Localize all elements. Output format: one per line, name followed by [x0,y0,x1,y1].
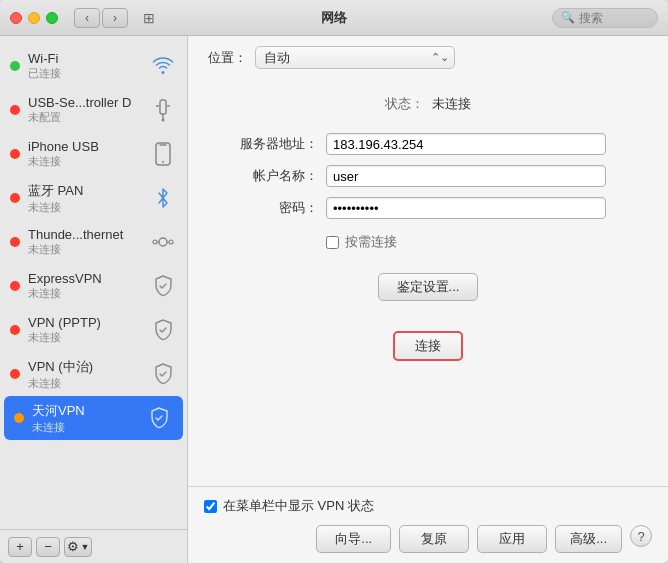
window-title: 网络 [321,9,347,27]
item-name-ethernet: Thunde...thernet [28,227,141,242]
item-name-wifi: Wi-Fi [28,51,141,66]
maximize-button[interactable] [46,12,58,24]
advanced-button[interactable]: 高级... [555,525,622,553]
password-input[interactable] [326,197,606,219]
server-address-label: 服务器地址： [228,135,318,153]
item-status-usb: 未配置 [28,110,141,125]
wizard-button[interactable]: 向导... [316,525,391,553]
connect-button-row: 连接 [228,319,628,373]
item-name-expressvpn: ExpressVPN [28,271,141,286]
sidebar-item-bluetooth[interactable]: 蓝牙 PAN 未连接 [0,176,187,220]
iphone-icon [149,140,177,168]
vpn-menubar-label: 在菜单栏中显示 VPN 状态 [223,497,374,515]
item-status-pptp: 未连接 [28,330,141,345]
account-name-input[interactable] [326,165,606,187]
item-status-iphone: 未连接 [28,154,141,169]
chevron-down-icon: ▼ [81,542,90,552]
bottom-buttons: 向导... 复原 应用 高级... ? [204,525,652,553]
item-name-usb: USB-Se...troller D [28,95,141,110]
status-dot-bluetooth [10,193,20,203]
vpn-icon-4 [145,404,173,432]
svg-point-9 [153,240,157,244]
titlebar: ‹ › ⊞ 网络 🔍 [0,0,668,36]
remove-network-button[interactable]: − [36,537,60,557]
sidebar-item-wifi[interactable]: Wi-Fi 已连接 [0,44,187,88]
auth-settings-button[interactable]: 鉴定设置... [378,273,479,301]
bottom-bar: 在菜单栏中显示 VPN 状态 向导... 复原 应用 高级... ? [188,486,668,563]
traffic-lights [10,12,58,24]
status-dot-usb [10,105,20,115]
status-dot-zhongzhi [10,369,20,379]
gear-icon: ⚙ [67,539,79,554]
status-value: 未连接 [432,95,471,113]
status-dot-iphone [10,149,20,159]
vpn-icon-3 [149,360,177,388]
search-icon: 🔍 [561,11,575,24]
gear-menu-button[interactable]: ⚙ ▼ [64,537,92,557]
vpn-icon-2 [149,316,177,344]
sidebar-item-usb[interactable]: USB-Se...troller D 未配置 [0,88,187,132]
sidebar-item-expressvpn[interactable]: ExpressVPN 未连接 [0,264,187,308]
forward-button[interactable]: › [102,8,128,28]
item-name-pptp: VPN (PPTP) [28,315,141,330]
minimize-button[interactable] [28,12,40,24]
ethernet-icon [149,228,177,256]
svg-point-10 [169,240,173,244]
search-input[interactable] [579,11,649,25]
svg-point-2 [162,119,165,122]
svg-rect-0 [160,100,166,114]
action-buttons: 鉴定设置... [228,261,628,313]
form-area: 服务器地址： 帐户名称： 密码： 按需连接 [188,123,668,383]
wifi-icon [149,52,177,80]
bluetooth-icon [149,184,177,212]
vpn-status-row: 在菜单栏中显示 VPN 状态 [204,497,652,515]
location-select-wrapper: 自动 ⌃⌄ [255,46,455,69]
status-area: 状态： 未连接 [188,79,668,123]
sidebar-item-pptp[interactable]: VPN (PPTP) 未连接 [0,308,187,352]
grid-button[interactable]: ⊞ [136,8,162,28]
item-name-tianhe: 天河VPN [32,402,137,420]
location-label: 位置： [208,49,247,67]
add-network-button[interactable]: + [8,537,32,557]
location-select[interactable]: 自动 [255,46,455,69]
status-dot-wifi [10,61,20,71]
server-address-row: 服务器地址： [228,133,628,155]
status-dot-tianhe [14,413,24,423]
item-status-bluetooth: 未连接 [28,200,141,215]
item-status-tianhe: 未连接 [32,420,137,435]
sidebar-list: Wi-Fi 已连接 [0,36,187,529]
item-status-ethernet: 未连接 [28,242,141,257]
item-status-wifi: 已连接 [28,66,141,81]
sidebar-item-ethernet[interactable]: Thunde...thernet 未连接 [0,220,187,264]
usb-icon [149,96,177,124]
apply-button[interactable]: 应用 [477,525,547,553]
vpn-icon-1 [149,272,177,300]
password-label: 密码： [228,199,318,217]
on-demand-label: 按需连接 [345,233,397,251]
content-panel: 位置： 自动 ⌃⌄ 状态： 未连接 服务器地址： [188,36,668,563]
restore-button[interactable]: 复原 [399,525,469,553]
item-name-iphone: iPhone USB [28,139,141,154]
help-button[interactable]: ? [630,525,652,547]
sidebar: Wi-Fi 已连接 [0,36,188,563]
main-window: ‹ › ⊞ 网络 🔍 Wi-Fi 已连接 [0,0,668,563]
svg-point-8 [159,238,167,246]
sidebar-item-zhongzhi[interactable]: VPN (中治) 未连接 [0,352,187,396]
item-name-zhongzhi: VPN (中治) [28,358,141,376]
server-address-input[interactable] [326,133,606,155]
sidebar-item-iphone[interactable]: iPhone USB 未连接 [0,132,187,176]
connect-button[interactable]: 连接 [393,331,463,361]
status-dot-ethernet [10,237,20,247]
back-button[interactable]: ‹ [74,8,100,28]
close-button[interactable] [10,12,22,24]
svg-point-6 [162,161,164,163]
status-label: 状态： [385,95,424,113]
search-box[interactable]: 🔍 [552,8,658,28]
sidebar-item-tianhe[interactable]: 天河VPN 未连接 [4,396,183,440]
item-status-zhongzhi: 未连接 [28,376,141,391]
account-name-label: 帐户名称： [228,167,318,185]
vpn-menubar-checkbox[interactable] [204,500,217,513]
sidebar-toolbar: + − ⚙ ▼ [0,529,187,563]
account-name-row: 帐户名称： [228,165,628,187]
on-demand-checkbox[interactable] [326,236,339,249]
